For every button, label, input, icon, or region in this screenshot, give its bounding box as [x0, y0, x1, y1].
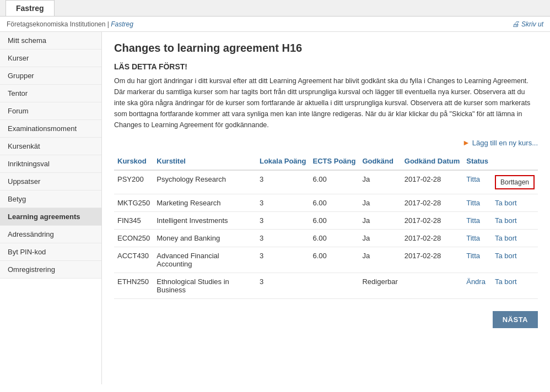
sidebar-item-tentor[interactable]: Tentor — [0, 85, 101, 102]
action-cell: Borttagen — [492, 170, 538, 194]
fastreg-tab[interactable]: Fastreg — [6, 0, 55, 16]
sidebar-item-mitt-schema[interactable]: Mitt schema — [0, 32, 101, 50]
printer-icon: 🖨 — [512, 20, 519, 28]
intro-text: Om du har gjort ändringar i ditt kursval… — [114, 75, 538, 130]
tabort-link[interactable]: Ta bort — [495, 252, 517, 260]
status-badge: Borttagen — [495, 175, 535, 189]
read-first-heading: LÄS DETTA FÖRST! — [114, 62, 538, 71]
sidebar-item-adressandring[interactable]: Adressändring — [0, 226, 101, 243]
tabort-link[interactable]: Ta bort — [495, 216, 517, 225]
page-title: Changes to learning agreement H16 — [114, 42, 538, 55]
kurstitel-cell: Intelligent Investments — [153, 212, 256, 230]
lokala-poang-cell: 3 — [256, 247, 310, 273]
godkand-datum-cell: 2017-02-28 — [401, 194, 463, 212]
arrow-icon: ► — [462, 138, 470, 147]
ects-poang-cell: 6.00 — [309, 170, 359, 194]
table-row: ACCT430Advanced Financial Accounting36.0… — [114, 247, 538, 273]
sidebar-item-byt-pin-kod[interactable]: Byt PIN-kod — [0, 243, 101, 261]
sidebar-item-grupper[interactable]: Grupper — [0, 67, 101, 85]
titta-link[interactable]: Titta — [466, 252, 480, 260]
godkand-datum-cell: 2017-02-28 — [401, 247, 463, 273]
andra-link[interactable]: Ändra — [466, 277, 486, 286]
kurstitel-cell: Psychology Research — [153, 170, 256, 194]
sidebar-item-learning-agreements[interactable]: Learning agreements — [0, 208, 101, 226]
godkand-cell: Ja — [359, 212, 401, 230]
action-cell: Ta bort — [492, 273, 538, 299]
kurskod-cell: PSY200 — [114, 170, 153, 194]
godkand-cell: Ja — [359, 170, 401, 194]
action-cell: Ta bort — [492, 230, 538, 247]
sidebar-item-uppsatser[interactable]: Uppsatser — [0, 173, 101, 190]
col-header-kurstitel: Kurstitel — [153, 153, 256, 170]
breadcrumb-link[interactable]: Fastreg — [111, 20, 133, 28]
sidebar-item-betyg[interactable]: Betyg — [0, 190, 101, 208]
sidebar-item-kurser[interactable]: Kurser — [0, 50, 101, 67]
action-cell: Ta bort — [492, 194, 538, 212]
sidebar-item-examinationsmoment[interactable]: Examinationsmoment — [0, 120, 101, 138]
col-header-godkand: Godkänd — [359, 153, 401, 170]
sidebar-item-kursenkat[interactable]: Kursenkät — [0, 138, 101, 155]
kurskod-cell: ETHN250 — [114, 273, 153, 299]
action-cell: Ta bort — [492, 212, 538, 230]
kurstitel-cell: Advanced Financial Accounting — [153, 247, 256, 273]
sidebar-item-inriktningsval[interactable]: Inriktningsval — [0, 155, 101, 173]
lokala-poang-cell: 3 — [256, 212, 310, 230]
content-area: Changes to learning agreement H16 LÄS DE… — [102, 32, 550, 384]
bottom-area: NÄSTA — [114, 299, 538, 334]
nasta-button[interactable]: NÄSTA — [493, 311, 538, 328]
tabort-link[interactable]: Ta bort — [495, 234, 517, 242]
breadcrumb-bar: Företagsekonomiska Institutionen | Fastr… — [0, 17, 550, 32]
add-course-link[interactable]: ► Lägg till en ny kurs... — [462, 138, 538, 147]
col-header-ects-poang: ECTS Poäng — [309, 153, 359, 170]
titta-link[interactable]: Titta — [466, 175, 480, 183]
table-row: FIN345Intelligent Investments36.00Ja2017… — [114, 212, 538, 230]
lokala-poang-cell: 3 — [256, 273, 310, 299]
status-cell: Titta — [463, 212, 492, 230]
godkand-datum-cell — [401, 273, 463, 299]
tabort-link[interactable]: Ta bort — [495, 277, 517, 286]
ects-poang-cell: 6.00 — [309, 230, 359, 247]
status-cell: Titta — [463, 170, 492, 194]
col-header-actions — [492, 153, 538, 170]
godkand-datum-cell: 2017-02-28 — [401, 212, 463, 230]
lokala-poang-cell: 3 — [256, 230, 310, 247]
breadcrumb: Företagsekonomiska Institutionen | Fastr… — [7, 20, 133, 28]
status-cell: Ändra — [463, 273, 492, 299]
col-header-status: Status — [463, 153, 492, 170]
top-bar: Fastreg — [0, 0, 550, 17]
ects-poang-cell: 6.00 — [309, 212, 359, 230]
lokala-poang-cell: 3 — [256, 194, 310, 212]
table-row: ECON250Money and Banking36.00Ja2017-02-2… — [114, 230, 538, 247]
titta-link[interactable]: Titta — [466, 234, 480, 242]
godkand-cell: Ja — [359, 194, 401, 212]
print-link[interactable]: 🖨 Skriv ut — [512, 20, 543, 28]
godkand-cell: Ja — [359, 230, 401, 247]
table-row: PSY200Psychology Research36.00Ja2017-02-… — [114, 170, 538, 194]
col-header-kurskod: Kurskod — [114, 153, 153, 170]
ects-poang-cell — [309, 273, 359, 299]
titta-link[interactable]: Titta — [466, 199, 480, 207]
col-header-lokala-poang: Lokala Poäng — [256, 153, 310, 170]
lokala-poang-cell: 3 — [256, 170, 310, 194]
sidebar-item-omregistrering[interactable]: Omregistrering — [0, 261, 101, 279]
kurstitel-cell: Ethnological Studies in Business — [153, 273, 256, 299]
ects-poang-cell: 6.00 — [309, 247, 359, 273]
kurskod-cell: MKTG250 — [114, 194, 153, 212]
godkand-datum-cell: 2017-02-28 — [401, 230, 463, 247]
table-row: MKTG250Marketing Research36.00Ja2017-02-… — [114, 194, 538, 212]
tabort-link[interactable]: Ta bort — [495, 199, 517, 207]
titta-link[interactable]: Titta — [466, 216, 480, 225]
godkand-cell: Redigerbar — [359, 273, 401, 299]
kurskod-cell: ECON250 — [114, 230, 153, 247]
add-course-area: ► Lägg till en ny kurs... — [114, 138, 538, 147]
status-cell: Titta — [463, 247, 492, 273]
sidebar-item-forum[interactable]: Forum — [0, 102, 101, 120]
godkand-cell: Ja — [359, 247, 401, 273]
action-cell: Ta bort — [492, 247, 538, 273]
godkand-datum-cell: 2017-02-28 — [401, 170, 463, 194]
col-header-godkand-datum: Godkänd Datum — [401, 153, 463, 170]
ects-poang-cell: 6.00 — [309, 194, 359, 212]
status-cell: Titta — [463, 230, 492, 247]
status-cell: Titta — [463, 194, 492, 212]
kurskod-cell: ACCT430 — [114, 247, 153, 273]
